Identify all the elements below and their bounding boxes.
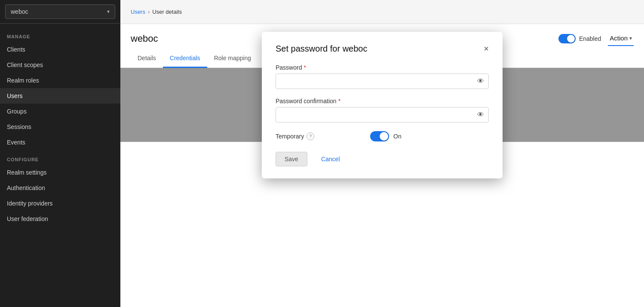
manage-section-label: Manage [0, 27, 120, 42]
sidebar-nav: Manage Clients Client scopes Realm roles… [0, 24, 120, 307]
cancel-button[interactable]: Cancel [313, 152, 349, 166]
save-button[interactable]: Save [276, 152, 307, 166]
sidebar-item-sessions[interactable]: Sessions [0, 119, 120, 135]
sidebar-item-events[interactable]: Events [0, 135, 120, 150]
password-eye-icon: 👁 [477, 77, 484, 85]
password-input-wrapper: 👁 [276, 74, 489, 89]
main-area: Users › User details weboc Enabled Actio… [120, 0, 644, 307]
set-password-modal: Set password for weboc × Password * 👁 [262, 32, 503, 178]
password-required-star: * [304, 64, 306, 71]
action-button[interactable]: Action ▾ [608, 31, 634, 46]
breadcrumb-users-link[interactable]: Users [131, 9, 145, 15]
password-confirmation-label: Password confirmation * [276, 98, 489, 104]
sidebar-item-client-scopes[interactable]: Client scopes [0, 57, 120, 73]
realm-name: weboc [11, 8, 28, 15]
password-confirmation-eye-button[interactable]: 👁 [473, 107, 488, 122]
content-area: weboc Enabled Action ▾ Details Credentia… [120, 24, 644, 307]
configure-section-label: Configure [0, 150, 120, 165]
sidebar-item-user-federation[interactable]: User federation [0, 211, 120, 227]
action-chevron-icon: ▾ [629, 35, 632, 41]
password-field: Password * 👁 [276, 64, 489, 89]
modal-overlay: Set password for weboc × Password * 👁 [120, 68, 644, 142]
temporary-row: Temporary ? On [276, 131, 489, 141]
modal-close-button[interactable]: × [484, 44, 489, 53]
temporary-help-icon[interactable]: ? [307, 132, 314, 140]
chevron-down-icon: ▾ [107, 9, 110, 15]
modal-header: Set password for weboc × [276, 44, 489, 54]
breadcrumb-separator: › [148, 9, 150, 15]
password-confirmation-input-wrapper: 👁 [276, 107, 489, 123]
modal-actions: Save Cancel [276, 152, 489, 166]
tab-credentials[interactable]: Credentials [163, 49, 207, 68]
enabled-toggle-switch[interactable] [558, 34, 576, 43]
page-title: weboc [131, 33, 158, 44]
sidebar-item-realm-roles[interactable]: Realm roles [0, 73, 120, 88]
sidebar-item-users[interactable]: Users [0, 88, 120, 104]
sidebar-header: weboc ▾ [0, 0, 120, 24]
password-input[interactable] [276, 74, 473, 88]
sidebar-item-clients[interactable]: Clients [0, 42, 120, 57]
modal-title: Set password for weboc [276, 44, 367, 54]
credentials-tab-content: + word for this user. Set password for w… [120, 68, 644, 142]
topbar: Users › User details [120, 0, 644, 24]
breadcrumb-current: User details [152, 9, 182, 15]
password-confirmation-field: Password confirmation * 👁 [276, 98, 489, 123]
sidebar-item-identity-providers[interactable]: Identity providers [0, 196, 120, 211]
enabled-toggle: Enabled [558, 34, 601, 43]
enabled-label: Enabled [579, 35, 601, 42]
sidebar: weboc ▾ Manage Clients Client scopes Rea… [0, 0, 120, 307]
header-actions: Enabled Action ▾ [558, 31, 634, 46]
breadcrumb: Users › User details [131, 9, 182, 15]
temporary-toggle[interactable] [370, 131, 389, 141]
temporary-on-label: On [393, 133, 402, 140]
sidebar-item-realm-settings[interactable]: Realm settings [0, 165, 120, 180]
password-confirmation-input[interactable] [276, 108, 473, 122]
sidebar-item-groups[interactable]: Groups [0, 104, 120, 119]
password-confirmation-eye-icon: 👁 [477, 111, 484, 118]
tab-role-mapping[interactable]: Role mapping [207, 49, 258, 68]
password-confirmation-required-star: * [338, 98, 340, 104]
password-eye-button[interactable]: 👁 [473, 74, 488, 89]
realm-selector[interactable]: weboc ▾ [5, 4, 115, 19]
tab-details[interactable]: Details [131, 49, 163, 68]
temporary-label: Temporary ? [276, 132, 370, 140]
password-label: Password * [276, 64, 489, 71]
sidebar-item-authentication[interactable]: Authentication [0, 180, 120, 196]
action-button-label: Action [610, 34, 628, 42]
